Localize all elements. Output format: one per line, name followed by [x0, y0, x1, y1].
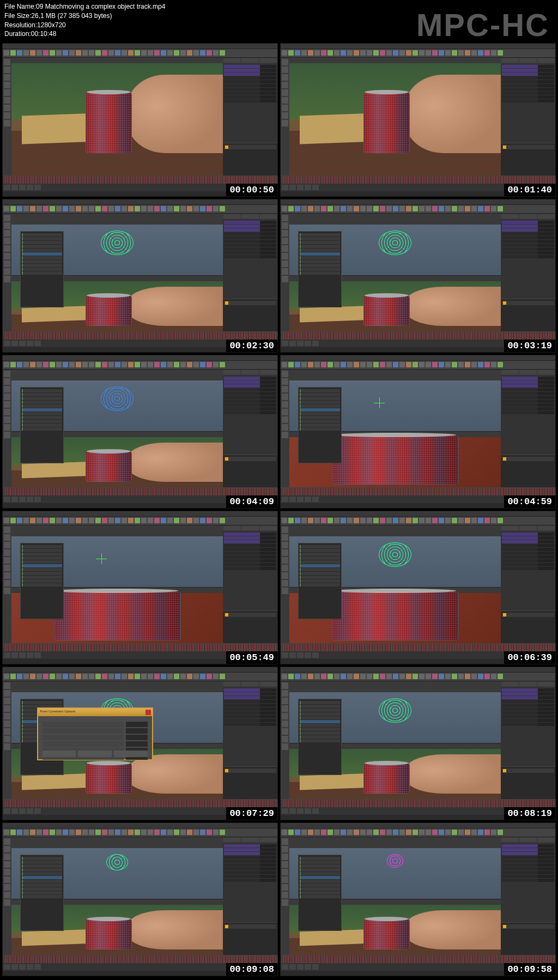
viewport-menu[interactable] [11, 219, 223, 225]
toolbar-icon[interactable] [56, 50, 62, 56]
toolbar-icon[interactable] [419, 518, 424, 523]
step-forward-button[interactable] [305, 808, 311, 814]
side-tool-icon[interactable] [4, 401, 10, 408]
toolbar-icon[interactable] [207, 674, 212, 679]
outliner-item[interactable] [22, 887, 62, 891]
toolbar-icon[interactable] [23, 830, 29, 835]
toolbar-icon[interactable] [82, 362, 88, 367]
channel-row[interactable] [224, 236, 276, 239]
toolbar-icon[interactable] [321, 362, 326, 367]
channel-row[interactable] [502, 388, 554, 391]
toolbar-icon[interactable] [399, 674, 405, 679]
toolbar-icon[interactable] [458, 518, 464, 523]
outliner-item[interactable] [300, 545, 340, 548]
app-menubar[interactable] [281, 667, 555, 673]
toolbar-icon[interactable] [69, 206, 75, 211]
channel-row[interactable] [224, 221, 276, 224]
side-tool-icon[interactable] [282, 112, 288, 119]
panel-tab[interactable] [223, 370, 240, 374]
step-forward-button[interactable] [27, 964, 33, 970]
channel-row[interactable] [502, 392, 554, 395]
toolbar-icon[interactable] [95, 830, 101, 835]
toolbar-icon[interactable] [386, 362, 392, 367]
side-tool-icon[interactable] [4, 690, 10, 697]
toolbar-icon[interactable] [161, 206, 166, 211]
toolbar-icon[interactable] [334, 50, 339, 56]
toolbar-icon[interactable] [399, 206, 405, 211]
side-tool-icon[interactable] [4, 238, 10, 244]
channel-row[interactable] [224, 92, 276, 95]
toolbar-icon[interactable] [491, 362, 496, 367]
outliner-item[interactable] [22, 872, 62, 875]
outliner-item[interactable] [300, 393, 340, 396]
app-menubar[interactable] [281, 511, 555, 517]
dialog-button[interactable] [43, 751, 76, 757]
layer-item[interactable] [502, 769, 554, 773]
toolbar-icon[interactable] [148, 518, 153, 523]
side-tool-icon[interactable] [282, 846, 288, 852]
toolbar-icon[interactable] [406, 674, 411, 679]
toolbar-icon[interactable] [63, 518, 68, 523]
side-tool-icon[interactable] [282, 869, 288, 875]
channel-row[interactable] [224, 719, 276, 722]
toolbar-icon[interactable] [478, 362, 483, 367]
toolbar-icon[interactable] [128, 206, 134, 211]
channel-row[interactable] [224, 715, 276, 718]
side-tool-icon[interactable] [282, 89, 288, 96]
side-tool-icon[interactable] [4, 245, 10, 252]
toolbar-icon[interactable] [458, 206, 464, 211]
outliner-item[interactable] [300, 735, 340, 739]
outliner-item[interactable] [22, 556, 62, 560]
outliner-item[interactable] [22, 560, 62, 564]
outliner-panel[interactable] [298, 855, 342, 931]
play-button[interactable] [19, 185, 26, 190]
toolbar-icon[interactable] [213, 362, 219, 367]
channel-box[interactable] [223, 63, 277, 143]
toolbar-icon[interactable] [17, 50, 22, 56]
outliner-item[interactable] [300, 560, 340, 564]
toolbar-icon[interactable] [187, 362, 192, 367]
toolbar-icon[interactable] [102, 674, 107, 679]
toolbar-icon[interactable] [445, 830, 451, 835]
side-tool-icon[interactable] [282, 238, 288, 244]
panel-tab[interactable] [241, 58, 258, 63]
toolbar-icon[interactable] [439, 362, 444, 367]
toolbar-icon[interactable] [314, 206, 320, 211]
video-thumbnail[interactable]: 00:03:19 [280, 199, 556, 353]
panel-tab[interactable] [501, 58, 518, 63]
toolbar-icon[interactable] [76, 206, 81, 211]
rewind-button[interactable] [282, 185, 288, 190]
layer-editor[interactable] [501, 922, 555, 955]
time-slider[interactable] [281, 800, 555, 807]
toolbar-icon[interactable] [341, 50, 346, 56]
toolbar-icon[interactable] [445, 206, 451, 211]
panel-menu[interactable] [11, 525, 223, 531]
video-thumbnail[interactable]: 00:05:49 [2, 511, 278, 664]
side-tool-icon[interactable] [282, 892, 288, 898]
toolbar-icon[interactable] [220, 206, 225, 211]
toolbar-icon[interactable] [37, 518, 42, 523]
side-tool-icon[interactable] [4, 424, 10, 431]
side-tool-icon[interactable] [4, 112, 10, 119]
channel-row[interactable] [502, 76, 554, 80]
toolbar-icon[interactable] [122, 206, 127, 211]
toolbar-icon[interactable] [37, 830, 42, 835]
channel-row[interactable] [502, 225, 554, 228]
time-slider[interactable] [3, 176, 277, 184]
channel-box[interactable] [501, 63, 555, 143]
channel-row[interactable] [502, 99, 554, 102]
toolbar-icon[interactable] [301, 518, 307, 523]
toolbar-icon[interactable] [341, 362, 346, 367]
panel-tab[interactable] [241, 370, 258, 374]
outliner-item[interactable] [300, 579, 340, 583]
outliner-item[interactable] [22, 564, 62, 567]
toolbar-icon[interactable] [419, 362, 424, 367]
toolbar-icon[interactable] [180, 674, 186, 679]
panel-tab[interactable] [260, 214, 277, 219]
toolbar-icon[interactable] [314, 830, 320, 835]
channel-row[interactable] [502, 396, 554, 399]
toolbar-icon[interactable] [471, 674, 477, 679]
outliner-item[interactable] [300, 412, 340, 415]
toolbar-icon[interactable] [478, 830, 483, 835]
channel-row[interactable] [502, 707, 554, 711]
